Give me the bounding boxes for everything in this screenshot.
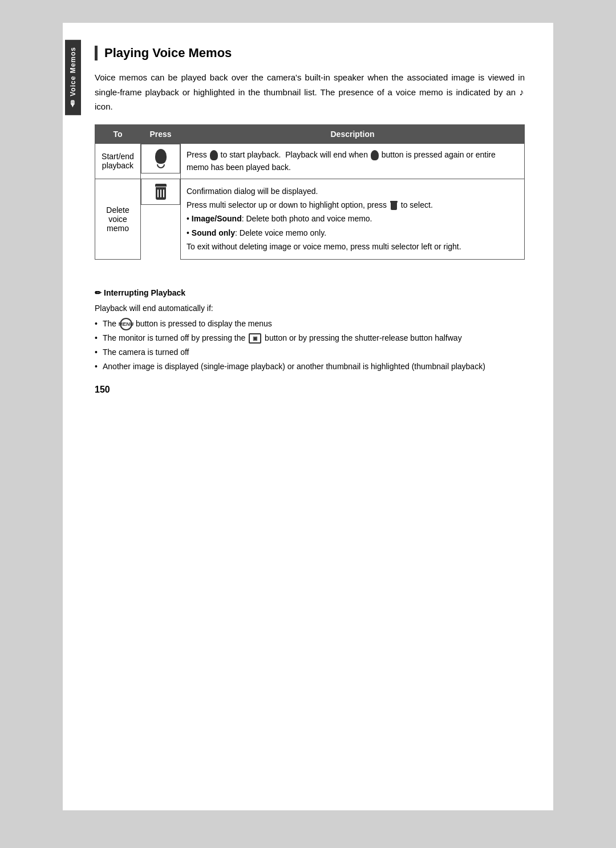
- sidebar-label: Voice Memos: [69, 47, 77, 96]
- desc-cell-playback: Press to start playback. Playback will e…: [181, 143, 525, 179]
- title-section: Playing Voice Memos: [95, 46, 525, 60]
- header-description: Description: [181, 124, 525, 143]
- trash-line-3: [163, 189, 164, 197]
- table-row-playback: Start/endplayback Press to start playbac…: [95, 143, 525, 179]
- desc-line-5: To exit without deleting image or voice …: [187, 240, 518, 253]
- intro-paragraph: Voice memos can be played back over the …: [95, 71, 525, 114]
- trash-lid: [155, 184, 167, 187]
- note-title: ✏ Interrupting Playback: [95, 288, 525, 297]
- trash-line-1: [157, 189, 159, 197]
- page-number: 150: [95, 385, 525, 395]
- list-item-2: The monitor is turned off by pressing th…: [95, 332, 525, 345]
- page-title: Playing Voice Memos: [104, 46, 525, 60]
- main-content: Playing Voice Memos Voice memos can be p…: [83, 23, 553, 810]
- sidebar-mic-icon: 🎙: [68, 100, 78, 108]
- image-sound-term: Image/Sound: [192, 214, 242, 223]
- to-cell-playback: Start/endplayback: [95, 143, 141, 179]
- header-to: To: [95, 124, 141, 143]
- intro-text: Voice memos can be played back over the …: [95, 72, 525, 97]
- sidebar: 🎙 Voice Memos: [63, 23, 83, 810]
- press-cell-mic: [141, 144, 180, 173]
- header-press: Press: [141, 124, 181, 143]
- mic-button-icon: [155, 149, 167, 168]
- table-header-row: To Press Description: [95, 124, 525, 143]
- desc-line-4: • Sound only: Delete voice memo only.: [187, 227, 518, 239]
- intro-suffix: icon.: [95, 102, 113, 111]
- menu-icon: MENU: [120, 318, 132, 330]
- music-note-icon: ♪: [519, 87, 525, 97]
- note-list: The MENU button is pressed to display th…: [95, 317, 525, 374]
- to-cell-delete: Deletevoicememo: [95, 179, 141, 259]
- page: 🎙 Voice Memos Playing Voice Memos Voice …: [63, 23, 553, 810]
- mic-body: [155, 149, 167, 164]
- sound-only-term: Sound only: [192, 228, 235, 237]
- desc-line-1: Confirmation dialog will be displayed.: [187, 185, 518, 197]
- table-row-delete: Deletevoicememo Confir: [95, 179, 525, 259]
- list-item-3: The camera is turned off: [95, 346, 525, 359]
- trash-line-2: [160, 189, 161, 197]
- inline-mic-icon-2: [371, 150, 379, 160]
- sidebar-tab: 🎙 Voice Memos: [65, 40, 81, 115]
- desc-line-2: Press multi selector up or down to highl…: [187, 199, 518, 211]
- mic-base: [157, 164, 165, 168]
- pencil-icon: ✏: [95, 288, 102, 297]
- note-intro: Playback will end automatically if:: [95, 302, 525, 315]
- note-section: ✏ Interrupting Playback Playback will en…: [95, 282, 525, 374]
- press-cell-trash: [141, 179, 180, 205]
- list-item-1: The MENU button is pressed to display th…: [95, 317, 525, 330]
- monitor-icon: ▣: [249, 333, 261, 344]
- desc-line-3: • Image/Sound: Delete both photo and voi…: [187, 212, 518, 225]
- list-item-4: Another image is displayed (single-image…: [95, 360, 525, 373]
- inline-trash-icon: [390, 201, 398, 210]
- trash-button-icon: [155, 184, 167, 200]
- trash-body: [156, 187, 166, 200]
- instruction-table: To Press Description Start/endplayback: [95, 124, 525, 260]
- note-title-text: Interrupting Playback: [104, 288, 185, 297]
- desc-cell-delete: Confirmation dialog will be displayed. P…: [181, 179, 525, 259]
- inline-mic-icon-1: [210, 150, 218, 160]
